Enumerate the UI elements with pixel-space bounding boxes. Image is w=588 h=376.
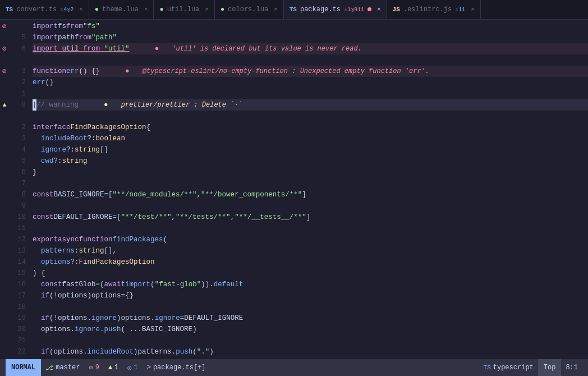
code-line: import fs from "fs" bbox=[33, 21, 588, 32]
code-line bbox=[33, 357, 588, 359]
git-branch[interactable]: ⎇ master bbox=[41, 359, 84, 376]
gutter-line bbox=[0, 290, 9, 301]
gutter-line bbox=[0, 122, 9, 133]
line-number: 16 bbox=[9, 279, 26, 290]
gutter-line bbox=[0, 144, 9, 155]
close-icon[interactable]: × bbox=[274, 6, 278, 13]
warn-icon: ▲ bbox=[108, 364, 112, 372]
tab-badge: i11 bbox=[455, 7, 465, 13]
info-icon: ◎ bbox=[127, 364, 131, 372]
code-content[interactable]: import fs from "fs" import path from "pa… bbox=[30, 20, 588, 359]
code-line: if (!options.ignore) options.ignore = DE… bbox=[33, 313, 588, 324]
gutter-line bbox=[0, 111, 9, 122]
branch-icon: ⎇ bbox=[45, 364, 53, 372]
line-number: 6 bbox=[9, 167, 26, 178]
tab-theme[interactable]: ● theme.lua × bbox=[89, 0, 154, 19]
line-number: 5 bbox=[9, 155, 26, 167]
info-count[interactable]: ◎ 1 bbox=[123, 359, 142, 376]
cursor-position[interactable]: 8:1 bbox=[561, 359, 582, 376]
code-line bbox=[33, 223, 588, 234]
code-line: options?: FindPackagesOption bbox=[33, 256, 588, 268]
line-number: 10 bbox=[9, 212, 26, 223]
position-label: 8:1 bbox=[566, 364, 578, 372]
gutter-line bbox=[0, 335, 9, 346]
tab-convert[interactable]: TS convert.ts i4◎2 × bbox=[0, 0, 89, 19]
code-line: export async function findPackages( bbox=[33, 234, 588, 245]
file-label: > bbox=[147, 364, 151, 372]
tab-label: .eslintrc.js bbox=[403, 6, 452, 13]
mode-indicator[interactable]: NORMAL bbox=[6, 359, 41, 376]
warn-icon: ▲ bbox=[3, 102, 7, 108]
close-icon[interactable]: × bbox=[79, 6, 83, 13]
mode-label: NORMAL bbox=[11, 364, 35, 372]
code-line: function err() {} ● @typescript-eslint/n… bbox=[33, 66, 588, 77]
error-number: 9 bbox=[95, 364, 99, 372]
gutter-line bbox=[0, 234, 9, 245]
code-line: interface FindPackagesOption { bbox=[33, 122, 588, 133]
code-line: options.ignore.push( ... BASIC_IGNORE) bbox=[33, 324, 588, 335]
close-icon[interactable]: × bbox=[144, 6, 148, 13]
gutter-line bbox=[0, 324, 9, 335]
gutter-line bbox=[0, 88, 9, 99]
line-number: 1 bbox=[9, 88, 26, 99]
gutter-line bbox=[0, 200, 9, 212]
code-line: includeRoot?: boolean bbox=[33, 133, 588, 144]
code-line bbox=[33, 301, 588, 313]
tab-eslint[interactable]: JS .eslintrc.js i11 × bbox=[387, 0, 481, 19]
top-label: Top bbox=[544, 364, 556, 372]
error-icon: ⊘ bbox=[89, 364, 93, 372]
error-count[interactable]: ⊘ 9 bbox=[84, 359, 103, 376]
code-line bbox=[33, 178, 588, 189]
line-number: 11 bbox=[9, 223, 26, 234]
gutter-line bbox=[0, 178, 9, 189]
line-number bbox=[9, 54, 26, 66]
close-icon[interactable]: × bbox=[471, 6, 475, 13]
file-icon: ● bbox=[220, 6, 224, 13]
close-icon[interactable]: × bbox=[377, 6, 381, 13]
close-icon[interactable]: × bbox=[205, 6, 209, 13]
gutter-line bbox=[0, 313, 9, 324]
ts-icon: TS bbox=[484, 364, 491, 371]
warning-count[interactable]: ▲ 1 bbox=[104, 359, 123, 376]
gutter-line bbox=[0, 212, 9, 223]
line-number: 3 bbox=[9, 133, 26, 144]
line-number: 18 bbox=[9, 301, 26, 313]
line-number: 14 bbox=[9, 256, 26, 268]
code-line bbox=[33, 200, 588, 212]
gutter-line bbox=[0, 301, 9, 313]
ts-version[interactable]: TS typescript bbox=[479, 359, 538, 376]
js-icon: JS bbox=[393, 6, 400, 13]
line-number: 19 bbox=[9, 313, 26, 324]
error-badge: ⚠1◎911 bbox=[344, 6, 364, 13]
gutter-line bbox=[0, 155, 9, 167]
scroll-position[interactable]: Top bbox=[538, 359, 562, 376]
code-line: ) { bbox=[33, 268, 588, 279]
gutter-line bbox=[0, 346, 9, 357]
tab-bar: TS convert.ts i4◎2 × ● theme.lua × ● uti… bbox=[0, 0, 588, 20]
line-number: 4 bbox=[9, 144, 26, 155]
code-line: import path from "path" bbox=[33, 32, 588, 43]
line-number: 8 bbox=[9, 189, 26, 200]
tab-colors[interactable]: ● colors.lua × bbox=[215, 0, 284, 19]
line-number: 17 bbox=[9, 290, 26, 301]
gutter-line bbox=[0, 279, 9, 290]
tab-util[interactable]: ● util.lua × bbox=[154, 0, 214, 19]
status-bar: NORMAL ⎇ master ⊘ 9 ▲ 1 ◎ 1 > package.ts… bbox=[0, 359, 588, 376]
gutter-line: ⊘ bbox=[0, 43, 9, 54]
gutter-line: ⊘ bbox=[0, 21, 9, 32]
file-icon: ● bbox=[95, 6, 99, 13]
tab-package[interactable]: TS package.ts ⚠1◎911 × bbox=[284, 0, 387, 19]
gutter-line bbox=[0, 54, 9, 66]
code-line bbox=[33, 111, 588, 122]
line-number: 20 bbox=[9, 324, 26, 335]
code-line: } bbox=[33, 167, 588, 178]
error-icon: ⊘ bbox=[2, 67, 7, 76]
current-file[interactable]: > package.ts[+] bbox=[143, 359, 210, 376]
code-line: ignore?: string[] bbox=[33, 144, 588, 155]
line-number: 2 bbox=[9, 77, 26, 88]
code-line: patterns: string[], bbox=[33, 245, 588, 256]
gutter-line bbox=[0, 223, 9, 234]
code-line bbox=[33, 88, 588, 99]
line-number: 22 bbox=[9, 346, 26, 357]
error-gutter: ⊘ ⊘ ⊘ ▲ bbox=[0, 20, 9, 359]
